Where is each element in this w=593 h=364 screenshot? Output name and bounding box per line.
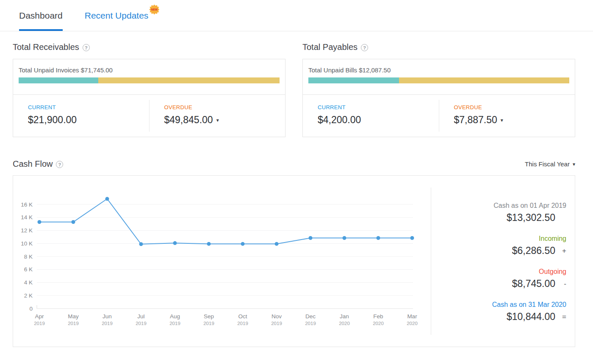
cashflow-line-chart[interactable]: 02 K4 K6 K8 K10 K12 K14 K16 KApr2019May2… — [13, 176, 431, 333]
receivables-overdue-amount[interactable]: $49,845.00 ▾ — [164, 114, 285, 126]
payables-progress-block: Total Unpaid Bills $12,087.50 — [303, 59, 575, 95]
x-axis-year: 2020 — [373, 321, 384, 326]
receivables-progress-fill — [19, 77, 98, 83]
x-axis-year: 2019 — [203, 321, 214, 326]
cashflow-title: Cash Flow ? — [13, 159, 63, 169]
unpaid-bills-label: Total Unpaid Bills $12,087.50 — [308, 66, 569, 74]
payables-overdue-amount[interactable]: $7,887.50 ▾ — [454, 114, 575, 126]
tab-dashboard-label: Dashboard — [19, 11, 63, 21]
chart-point[interactable] — [410, 236, 414, 240]
receivables-current: CURRENT $21,900.00 — [13, 95, 149, 137]
chart-point[interactable] — [173, 241, 177, 245]
y-axis-tick: 12 K — [21, 227, 33, 234]
current-label: CURRENT — [28, 104, 149, 110]
cash-incoming-group: Incoming $6,286.50 + — [512, 235, 566, 256]
payables-current: CURRENT $4,200.00 — [303, 95, 439, 137]
chart-point[interactable] — [207, 242, 211, 246]
receivables-card: Total Unpaid Invoices $71,745.00 CURRENT… — [13, 59, 285, 137]
y-axis-tick: 16 K — [21, 201, 33, 208]
x-axis-year: 2019 — [102, 321, 113, 326]
help-icon[interactable]: ? — [56, 161, 63, 168]
x-axis-month: Dec — [305, 313, 316, 320]
cash-closing-label: Cash as on 31 Mar 2020 — [492, 301, 566, 309]
cash-opening-value: $13,302.50 — [507, 212, 555, 223]
payables-overdue: OVERDUE $7,887.50 ▾ — [439, 100, 575, 132]
x-axis-month: Jun — [103, 313, 112, 320]
overdue-label: OVERDUE — [454, 104, 575, 110]
cash-closing-group: Cash as on 31 Mar 2020 $10,844.00 = — [492, 301, 566, 323]
payables-card: Total Unpaid Bills $12,087.50 CURRENT $4… — [302, 59, 575, 137]
receivables-current-amount: $21,900.00 — [28, 114, 149, 126]
cashflow-chart-area: 02 K4 K6 K8 K10 K12 K14 K16 KApr2019May2… — [13, 176, 431, 347]
payables-overdue-value: $7,887.50 — [454, 114, 497, 126]
help-icon[interactable]: ? — [83, 44, 90, 51]
chart-point[interactable] — [377, 236, 380, 240]
x-axis-year: 2019 — [271, 321, 282, 326]
overdue-label: OVERDUE — [164, 104, 285, 110]
x-axis-month: Sep — [204, 313, 214, 320]
payables-title: Total Payables ? — [302, 42, 575, 52]
chart-point[interactable] — [275, 242, 279, 246]
receivables-current-value: $21,900.00 — [28, 114, 77, 126]
plus-operator: + — [555, 247, 566, 255]
equals-operator: = — [555, 313, 566, 321]
y-axis-tick: 4 K — [24, 279, 33, 286]
receivables-progress-track — [19, 77, 280, 83]
receivables-overdue: OVERDUE $49,845.00 ▾ — [149, 100, 285, 132]
y-axis-tick: 8 K — [24, 254, 33, 260]
x-axis-month: Jan — [340, 313, 349, 320]
tab-recent-updates-label: Recent Updates — [85, 11, 149, 21]
receivables-title: Total Receivables ? — [13, 42, 285, 52]
x-axis-year: 2020 — [339, 321, 350, 326]
total-receivables-section: Total Receivables ? Total Unpaid Invoice… — [13, 42, 285, 137]
y-axis-tick: 10 K — [21, 240, 33, 247]
x-axis-month: Apr — [35, 313, 44, 320]
chart-point[interactable] — [105, 197, 109, 201]
chart-point[interactable] — [241, 242, 245, 246]
cash-opening-group: Cash as on 01 Apr 2019 $13,302.50 — [493, 202, 566, 223]
chart-point[interactable] — [309, 236, 313, 240]
help-icon[interactable]: ? — [361, 44, 368, 51]
outgoing-value: $8,745.00 — [512, 278, 555, 290]
chevron-down-icon[interactable]: ▾ — [216, 117, 219, 123]
total-payables-section: Total Payables ? Total Unpaid Bills $12,… — [302, 42, 575, 137]
cash-opening-label: Cash as on 01 Apr 2019 — [493, 202, 566, 210]
x-axis-month: Feb — [373, 313, 383, 320]
chart-point[interactable] — [139, 242, 143, 246]
new-badge: NEW — [149, 5, 159, 15]
chart-point[interactable] — [343, 236, 346, 240]
cash-summary-panel: Cash as on 01 Apr 2019 $13,302.50 Incomi… — [431, 188, 575, 335]
x-axis-month: Nov — [272, 313, 282, 320]
x-axis-year: 2020 — [407, 321, 418, 326]
y-axis-tick: 2 K — [24, 292, 33, 299]
chevron-down-icon: ▾ — [573, 161, 575, 167]
x-axis-year: 2019 — [34, 321, 45, 326]
y-axis-tick: 0 — [29, 306, 33, 312]
cashflow-title-text: Cash Flow — [13, 159, 53, 169]
payables-title-text: Total Payables — [302, 42, 357, 52]
x-axis-year: 2019 — [68, 321, 79, 326]
tab-dashboard[interactable]: Dashboard — [19, 0, 63, 31]
x-axis-month: Oct — [238, 313, 247, 320]
fiscal-year-label: This Fiscal Year — [525, 160, 570, 168]
x-axis-month: Jul — [137, 313, 144, 320]
receivables-title-text: Total Receivables — [13, 42, 79, 52]
x-axis-month: Aug — [170, 313, 180, 320]
y-axis-tick: 14 K — [21, 214, 33, 221]
x-axis-year: 2019 — [136, 321, 147, 326]
minus-operator: - — [555, 280, 566, 288]
chart-point[interactable] — [38, 220, 42, 224]
current-label: CURRENT — [318, 104, 439, 110]
cash-closing-value: $10,844.00 — [507, 311, 555, 323]
tab-bar: Dashboard Recent Updates NEW — [0, 0, 593, 31]
chevron-down-icon[interactable]: ▾ — [501, 117, 503, 123]
cash-outgoing-group: Outgoing $8,745.00 - — [512, 268, 566, 290]
outgoing-label: Outgoing — [512, 268, 566, 276]
chart-point[interactable] — [72, 220, 75, 224]
tab-recent-updates[interactable]: Recent Updates NEW — [85, 0, 159, 31]
fiscal-year-dropdown[interactable]: This Fiscal Year ▾ — [525, 160, 575, 168]
incoming-label: Incoming — [512, 235, 566, 243]
payables-current-amount: $4,200.00 — [318, 114, 439, 126]
cashflow-card: 02 K4 K6 K8 K10 K12 K14 K16 KApr2019May2… — [13, 175, 575, 347]
x-axis-year: 2019 — [237, 321, 248, 326]
